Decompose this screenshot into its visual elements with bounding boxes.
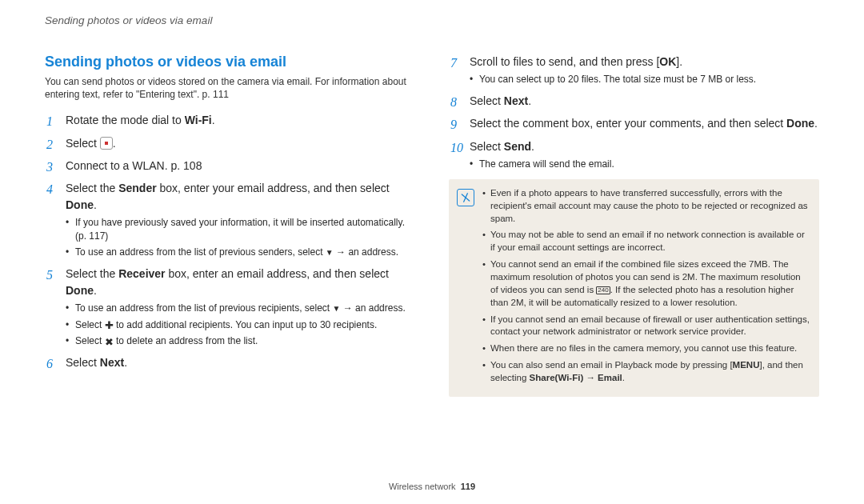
step-text: Select xyxy=(470,140,504,153)
step-text: Select xyxy=(470,94,504,107)
step-7: Scroll to files to send, and then press … xyxy=(449,54,819,86)
bold-text: Done xyxy=(66,198,94,211)
sub-item: To use an address from the list of previ… xyxy=(66,302,415,315)
step-5: Select the Receiver box, enter an email … xyxy=(45,266,415,348)
sub-text: to delete an address from the list. xyxy=(114,335,258,346)
step-text: Scroll to files to send, and then press … xyxy=(470,55,659,68)
sub-item: If you have previously saved your inform… xyxy=(66,216,415,243)
step-2: Select . xyxy=(45,135,415,151)
note-item: If you cannot send an email because of f… xyxy=(482,314,810,339)
bold-text: Next xyxy=(504,94,528,107)
note-item: You cannot send an email if the combined… xyxy=(482,258,810,309)
bold-text: Email xyxy=(598,373,622,382)
right-column: Scroll to files to send, and then press … xyxy=(449,54,819,397)
note-text: You can also send an email in Playback m… xyxy=(490,360,733,370)
step-3: Connect to a WLAN. p. 108 xyxy=(45,158,415,174)
step-8: Select Next. xyxy=(449,93,819,109)
step-text: . xyxy=(814,117,818,130)
intro-text: You can send photos or videos stored on … xyxy=(45,75,415,101)
down-icon: ▼ xyxy=(326,249,334,257)
bold-text: Receiver xyxy=(118,267,165,280)
note-item: When there are no files in the camera me… xyxy=(482,342,810,355)
footer-section: Wireless network xyxy=(389,482,456,491)
running-header: Sending photos or videos via email xyxy=(45,14,819,26)
note-list: Even if a photo appears to have transfer… xyxy=(482,187,810,389)
step-text: box, enter an email address, and then se… xyxy=(166,267,389,280)
wifi-label: Wi-Fi xyxy=(185,114,212,126)
step-text: . xyxy=(528,94,531,107)
step-text: Select the xyxy=(66,182,118,194)
section-title: Sending photos or videos via email xyxy=(45,54,415,70)
page-footer: Wireless network 119 xyxy=(0,482,864,491)
bold-text: Done xyxy=(786,117,814,130)
step-text: . xyxy=(124,356,127,369)
note-box: Even if a photo appears to have transfer… xyxy=(449,179,819,397)
page-number: 119 xyxy=(461,482,475,491)
sub-item: The camera will send the email. xyxy=(470,158,819,171)
ok-label: OK xyxy=(659,55,676,68)
step-text: . xyxy=(531,140,534,153)
step-text: . xyxy=(212,114,215,126)
step-text: . xyxy=(113,137,116,150)
sub-text: to add additional recipients. You can in… xyxy=(114,319,378,330)
step-1: Rotate the mode dial to Wi-Fi. xyxy=(45,112,415,128)
sub-text: To use an address from the list of previ… xyxy=(75,246,326,258)
sub-item: Select ✚ to add additional recipients. Y… xyxy=(66,318,415,332)
step-text: Select xyxy=(66,137,100,150)
step-text: Rotate the mode dial to xyxy=(66,114,185,126)
plus-icon: ✚ xyxy=(105,320,114,330)
sub-text: Select xyxy=(75,319,105,330)
left-column: Sending photos or videos via email You c… xyxy=(45,54,415,397)
resolution-icon: 240 xyxy=(596,286,610,294)
step-9: Select the comment box, enter your comme… xyxy=(449,115,819,131)
step-10: Select Send. The camera will send the em… xyxy=(449,138,819,171)
step-6: Select Next. xyxy=(45,354,415,370)
step-text: . xyxy=(94,284,97,297)
step-text: ]. xyxy=(676,55,682,68)
note-item: Even if a photo appears to have transfer… xyxy=(482,187,810,226)
bold-text: Send xyxy=(504,140,531,153)
x-icon: ✖ xyxy=(105,337,114,347)
note-icon xyxy=(457,189,474,206)
menu-label: MENU xyxy=(733,360,760,370)
bold-text: Next xyxy=(100,356,124,369)
note-item: You can also send an email in Playback m… xyxy=(482,359,810,385)
sub-text: Select xyxy=(75,335,105,346)
sub-text: → an address. xyxy=(340,302,405,314)
sub-item: Select ✖ to delete an address from the l… xyxy=(66,334,415,348)
sub-text: → an address. xyxy=(334,246,398,258)
step-text: Select the comment box, enter your comme… xyxy=(470,117,786,130)
note-text: . xyxy=(622,373,625,382)
steps-list-left: Rotate the mode dial to Wi-Fi. Select . … xyxy=(45,112,415,370)
bold-text: Share(Wi-Fi) xyxy=(530,373,584,382)
step-text: Select xyxy=(66,356,100,369)
arrow-text: → xyxy=(583,373,598,382)
step-text: Select the xyxy=(66,267,118,280)
step-text: . xyxy=(94,198,97,211)
sub-item: You can select up to 20 files. The total… xyxy=(470,73,819,86)
bold-text: Sender xyxy=(118,182,156,194)
sub-text: To use an address from the list of previ… xyxy=(75,302,333,314)
email-icon xyxy=(100,137,113,150)
step-4: Select the Sender box, enter your email … xyxy=(45,180,415,259)
down-icon: ▼ xyxy=(333,305,341,313)
bold-text: Done xyxy=(66,284,94,297)
sub-item: To use an address from the list of previ… xyxy=(66,246,415,259)
step-text: box, enter your email address, and then … xyxy=(157,182,390,194)
steps-list-right: Scroll to files to send, and then press … xyxy=(449,54,819,171)
note-item: You may not be able to send an email if … xyxy=(482,229,810,254)
